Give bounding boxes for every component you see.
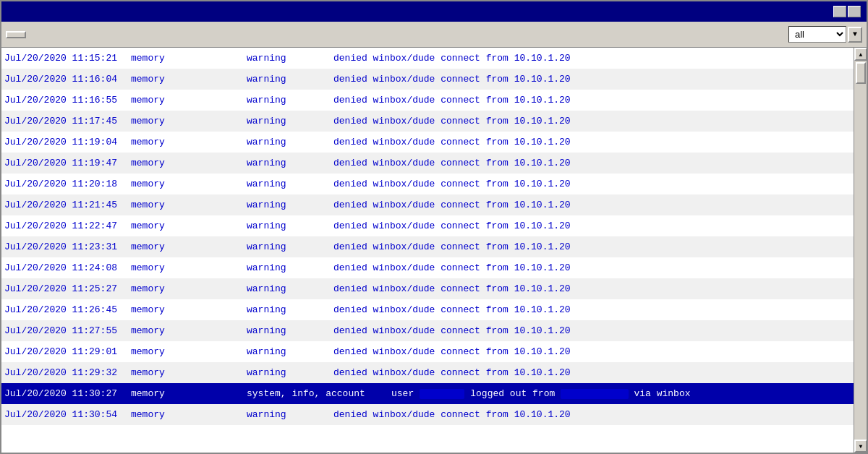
table-row[interactable]: Jul/20/2020 11:23:31 memory warning deni… <box>1 236 854 257</box>
table-row[interactable]: Jul/20/2020 11:24:08 memory warning deni… <box>1 257 854 278</box>
log-topic: memory <box>131 74 247 85</box>
log-topic: memory <box>131 220 247 231</box>
scrollbar: ▲ ▼ <box>854 48 867 453</box>
scroll-track <box>854 61 867 440</box>
log-level: warning <box>247 74 333 85</box>
table-row[interactable]: Jul/20/2020 11:20:18 memory warning deni… <box>1 174 854 194</box>
log-message: denied winbox/dude connect from 10.10.1.… <box>333 325 851 336</box>
log-level: warning <box>247 262 333 273</box>
log-message: denied winbox/dude connect from 10.10.1.… <box>333 241 851 252</box>
maximize-button[interactable] <box>833 6 846 17</box>
scroll-down-button[interactable]: ▼ <box>854 440 867 453</box>
log-message: denied winbox/dude connect from 10.10.1.… <box>333 137 851 147</box>
log-time: Jul/20/2020 11:15:21 <box>4 53 131 64</box>
log-topic: memory <box>131 137 247 147</box>
table-row[interactable]: Jul/20/2020 11:27:55 memory warning deni… <box>1 320 854 341</box>
log-message: denied winbox/dude connect from 10.10.1.… <box>333 262 851 273</box>
log-topic: memory <box>131 346 247 357</box>
table-row[interactable]: Jul/20/2020 11:22:47 memory warning deni… <box>1 215 854 236</box>
log-time: Jul/20/2020 11:26:45 <box>4 304 131 315</box>
log-level: warning <box>247 179 333 189</box>
log-topic: memory <box>131 367 247 378</box>
table-row[interactable]: Jul/20/2020 11:30:54 memory warning deni… <box>1 404 854 425</box>
log-level: warning <box>247 116 333 127</box>
log-topic: memory <box>131 262 247 273</box>
log-topic: memory <box>131 388 247 399</box>
log-message: denied winbox/dude connect from 10.10.1.… <box>333 283 851 294</box>
filter-dropdown-button[interactable]: ▼ <box>848 27 862 43</box>
table-row[interactable]: Jul/20/2020 11:16:55 memory warning deni… <box>1 90 854 111</box>
log-message: denied winbox/dude connect from 10.10.1.… <box>333 220 851 231</box>
log-time: Jul/20/2020 11:24:08 <box>4 262 131 273</box>
table-row[interactable]: Jul/20/2020 11:25:27 memory warning deni… <box>1 278 854 299</box>
log-topic: memory <box>131 325 247 336</box>
log-time: Jul/20/2020 11:30:54 <box>4 409 131 420</box>
log-level: warning <box>247 220 333 231</box>
redacted-username <box>420 389 464 399</box>
log-topic: memory <box>131 304 247 315</box>
scroll-up-button[interactable]: ▲ <box>854 48 867 61</box>
table-row[interactable]: Jul/20/2020 11:19:04 memory warning deni… <box>1 132 854 153</box>
log-topic: memory <box>131 179 247 189</box>
table-row[interactable]: Jul/20/2020 11:21:45 memory warning deni… <box>1 194 854 215</box>
log-message: denied winbox/dude connect from 10.10.1.… <box>333 304 851 315</box>
title-bar <box>1 1 867 22</box>
log-topic: memory <box>131 200 247 210</box>
log-message: user logged out from via winbox <box>391 388 851 399</box>
log-level: warning <box>247 158 333 168</box>
window-controls <box>833 6 861 17</box>
freeze-button[interactable] <box>6 31 26 38</box>
log-time: Jul/20/2020 11:19:04 <box>4 137 131 147</box>
log-time: Jul/20/2020 11:20:18 <box>4 179 131 189</box>
log-level: warning <box>247 346 333 357</box>
table-row[interactable]: Jul/20/2020 11:29:32 memory warning deni… <box>1 362 854 383</box>
toolbar: all memory warning info error ▼ <box>1 22 867 48</box>
log-level: warning <box>247 304 333 315</box>
log-time: Jul/20/2020 11:30:27 <box>4 388 131 399</box>
log-level: warning <box>247 95 333 106</box>
table-row[interactable]: Jul/20/2020 11:15:21 memory warning deni… <box>1 48 854 69</box>
log-topic: memory <box>131 53 247 64</box>
table-row[interactable]: Jul/20/2020 11:30:27 memory system, info… <box>1 383 854 404</box>
log-time: Jul/20/2020 11:29:32 <box>4 367 131 378</box>
table-row[interactable]: Jul/20/2020 11:29:01 memory warning deni… <box>1 341 854 362</box>
log-message: denied winbox/dude connect from 10.10.1.… <box>333 179 851 189</box>
log-level: warning <box>247 241 333 252</box>
log-time: Jul/20/2020 11:16:04 <box>4 74 131 85</box>
log-window: all memory warning info error ▼ Jul/20/2… <box>0 0 868 454</box>
log-level: warning <box>247 283 333 294</box>
table-row[interactable]: Jul/20/2020 11:16:04 memory warning deni… <box>1 69 854 90</box>
log-time: Jul/20/2020 11:16:55 <box>4 95 131 106</box>
log-level: system, info, account <box>247 388 391 399</box>
log-topic: memory <box>131 409 247 420</box>
table-row[interactable]: Jul/20/2020 11:26:45 memory warning deni… <box>1 299 854 320</box>
close-button[interactable] <box>848 6 861 17</box>
log-message: denied winbox/dude connect from 10.10.1.… <box>333 367 851 378</box>
log-level: warning <box>247 325 333 336</box>
filter-select[interactable]: all memory warning info error <box>788 26 846 43</box>
log-time: Jul/20/2020 11:17:45 <box>4 116 131 127</box>
log-time: Jul/20/2020 11:27:55 <box>4 325 131 336</box>
log-topic: memory <box>131 95 247 106</box>
log-message: denied winbox/dude connect from 10.10.1.… <box>333 74 851 85</box>
table-row[interactable]: Jul/20/2020 11:19:47 memory warning deni… <box>1 153 854 174</box>
log-time: Jul/20/2020 11:19:47 <box>4 158 131 168</box>
scroll-thumb[interactable] <box>856 62 866 84</box>
log-content: Jul/20/2020 11:15:21 memory warning deni… <box>1 48 854 453</box>
log-topic: memory <box>131 241 247 252</box>
log-level: warning <box>247 367 333 378</box>
filter-area: all memory warning info error ▼ <box>788 26 862 43</box>
redacted-ip <box>561 389 629 399</box>
log-time: Jul/20/2020 11:29:01 <box>4 346 131 357</box>
log-time: Jul/20/2020 11:23:31 <box>4 241 131 252</box>
log-topic: memory <box>131 116 247 127</box>
log-message: denied winbox/dude connect from 10.10.1.… <box>333 95 851 106</box>
log-area: Jul/20/2020 11:15:21 memory warning deni… <box>1 48 867 453</box>
log-topic: memory <box>131 158 247 168</box>
log-message: denied winbox/dude connect from 10.10.1.… <box>333 346 851 357</box>
table-row[interactable]: Jul/20/2020 11:17:45 memory warning deni… <box>1 111 854 132</box>
log-topic: memory <box>131 283 247 294</box>
log-level: warning <box>247 137 333 147</box>
log-time: Jul/20/2020 11:21:45 <box>4 200 131 210</box>
log-message: denied winbox/dude connect from 10.10.1.… <box>333 116 851 127</box>
